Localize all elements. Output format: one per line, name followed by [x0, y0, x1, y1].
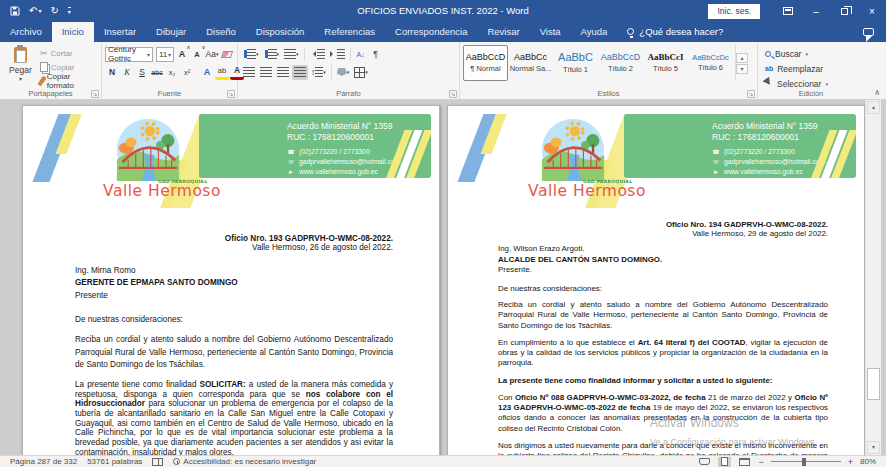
- tab-revisar[interactable]: Revisar: [477, 22, 529, 42]
- grow-font-button[interactable]: A˄: [175, 47, 189, 62]
- tab-insertar[interactable]: Insertar: [94, 22, 146, 42]
- italic-button[interactable]: K: [120, 65, 134, 80]
- close-button[interactable]: ×: [858, 0, 886, 22]
- tab-archivo[interactable]: Archivo: [0, 22, 52, 42]
- style-titulo-2[interactable]: AaBbCcD Título 2: [598, 45, 643, 81]
- page-right[interactable]: Acuerdo Ministerial N° 1359 RUC : 176812…: [447, 105, 865, 455]
- style-normal-sa[interactable]: AaBbCc Normal Sa...: [508, 45, 553, 81]
- document-area[interactable]: Acuerdo Ministerial N° 1359 RUC : 176812…: [0, 100, 886, 455]
- justify-button[interactable]: [292, 65, 308, 80]
- align-right-button[interactable]: [275, 65, 291, 80]
- styles-dialog-launcher[interactable]: ↘: [747, 90, 755, 98]
- vertical-scrollbar[interactable]: ▴ ▾: [865, 100, 881, 455]
- show-marks-button[interactable]: ¶: [369, 47, 383, 62]
- font-dialog-launcher[interactable]: ↘: [227, 90, 235, 98]
- zoom-slider-thumb[interactable]: [802, 458, 806, 466]
- shading-button[interactable]: ▾: [335, 65, 352, 80]
- tab-ayuda[interactable]: Ayuda: [571, 22, 618, 42]
- align-center-icon: [260, 67, 272, 77]
- qat-customize-button[interactable]: ▾: [68, 7, 71, 15]
- strikethrough-button[interactable]: abc: [150, 65, 164, 80]
- tab-diseno[interactable]: Diseño: [196, 22, 246, 42]
- superscript-button[interactable]: x²: [180, 65, 194, 80]
- borders-button[interactable]: ▾: [352, 65, 370, 80]
- increase-indent-icon: [330, 51, 336, 57]
- web-layout-button[interactable]: [738, 457, 751, 467]
- paste-button[interactable]: Pegar ▾: [3, 45, 38, 87]
- read-mode-button[interactable]: [698, 457, 711, 467]
- tell-me-label: ¿Qué desea hacer?: [639, 26, 723, 37]
- numbering-button[interactable]: ▾: [262, 47, 282, 62]
- subscript-button[interactable]: x₂: [165, 65, 179, 80]
- increase-indent-button[interactable]: [328, 47, 347, 62]
- underline-button[interactable]: S: [135, 65, 149, 80]
- highlight-button[interactable]: ab: [215, 65, 229, 80]
- font-size-select[interactable]: 11▾: [156, 47, 174, 62]
- pilcrow-icon: ¶: [373, 49, 378, 59]
- scroll-down-button[interactable]: ▾: [867, 441, 880, 454]
- valle-hermoso-logo: [115, 117, 181, 183]
- tab-vista[interactable]: Vista: [530, 22, 571, 42]
- zoom-slider[interactable]: [771, 457, 841, 466]
- sort-button[interactable]: A↓: [354, 47, 368, 62]
- accessibility-status[interactable]: Accesibilidad: es necesario investigar: [173, 457, 316, 466]
- style-titulo-6[interactable]: AaBbCcDc Título 6: [688, 45, 733, 81]
- cut-button[interactable]: ✂Cortar: [40, 47, 98, 59]
- print-layout-button[interactable]: [718, 457, 731, 467]
- shading-icon: [337, 68, 347, 76]
- scrollbar-thumb[interactable]: [867, 368, 880, 400]
- paragraph-dialog-launcher[interactable]: ↘: [449, 90, 457, 98]
- tab-dibujar[interactable]: Dibujar: [146, 22, 196, 42]
- ribbon-display-options-button[interactable]: [774, 0, 802, 22]
- format-painter-button[interactable]: Copiar formato: [40, 75, 98, 87]
- paragraph: En cumplimiento a lo que establece el Ar…: [498, 338, 828, 369]
- styles-scroll-down-button[interactable]: ▾: [736, 64, 748, 74]
- scroll-up-button[interactable]: ▴: [867, 101, 880, 114]
- styles-gallery-scroll: ▴ ▾: [735, 45, 748, 81]
- replace-button[interactable]: abReemplazar: [765, 62, 857, 75]
- zoom-out-button[interactable]: −: [758, 457, 763, 467]
- find-button[interactable]: Buscar▾: [765, 47, 857, 60]
- comments-icon[interactable]: [863, 28, 874, 36]
- text-effects-button[interactable]: A: [200, 65, 214, 80]
- word-count[interactable]: 53761 palabras: [87, 457, 142, 466]
- styles-scroll-up-button[interactable]: ▴: [736, 53, 748, 63]
- undo-button[interactable]: ↶▾: [29, 6, 41, 16]
- line-spacing-button[interactable]: ↕▾: [309, 65, 328, 80]
- align-center-button[interactable]: [258, 65, 274, 80]
- tab-inicio[interactable]: Inicio: [52, 22, 94, 42]
- shrink-font-button[interactable]: A˅: [190, 47, 204, 62]
- minimize-button[interactable]: –: [802, 0, 830, 22]
- recipient-title: GERENTE DE EPMAPA SANTO DOMINGO: [75, 277, 393, 289]
- tab-referencias[interactable]: Referencias: [314, 22, 385, 42]
- change-case-button[interactable]: Aa▾: [205, 47, 219, 62]
- font-family-select[interactable]: Century Gothic▾: [105, 47, 153, 62]
- proofing-status[interactable]: [152, 458, 163, 466]
- zoom-level[interactable]: 80%: [860, 457, 876, 466]
- align-left-button[interactable]: [241, 65, 257, 80]
- phone-icon: ☎: [712, 148, 720, 157]
- clear-formatting-button[interactable]: [220, 47, 234, 62]
- page-indicator[interactable]: Página 287 de 332: [10, 457, 77, 466]
- tab-disposicion[interactable]: Disposición: [246, 22, 315, 42]
- style-titulo-5[interactable]: AaBbCcI Título 5: [643, 45, 688, 81]
- greeting: De nuestras consideraciones:: [75, 315, 393, 324]
- tab-correspondencia[interactable]: Correspondencia: [385, 22, 477, 42]
- zoom-in-button[interactable]: +: [848, 457, 853, 467]
- sign-in-button[interactable]: Inic. ses.: [708, 4, 760, 19]
- style-titulo-1[interactable]: AaBbC Título 1: [553, 45, 598, 81]
- save-button[interactable]: [10, 6, 20, 16]
- decrease-indent-button[interactable]: [308, 47, 327, 62]
- restore-button[interactable]: [830, 0, 858, 22]
- multilevel-list-button[interactable]: ▾: [282, 47, 301, 62]
- bold-button[interactable]: N: [105, 65, 119, 80]
- clipboard-dialog-launcher[interactable]: ↘: [91, 90, 99, 98]
- email-icon: ✉: [287, 158, 295, 167]
- bullets-button[interactable]: ▾: [241, 47, 261, 62]
- page-left[interactable]: Acuerdo Ministerial N° 1359 RUC : 176812…: [22, 105, 440, 455]
- email-icon: ✉: [712, 158, 720, 167]
- redo-button[interactable]: ↻: [50, 6, 58, 16]
- collapse-ribbon-button[interactable]: ∧: [874, 88, 880, 97]
- style-normal[interactable]: AaBbCcD ¶ Normal: [463, 45, 508, 81]
- tell-me-box[interactable]: ¿Qué desea hacer?: [617, 26, 733, 42]
